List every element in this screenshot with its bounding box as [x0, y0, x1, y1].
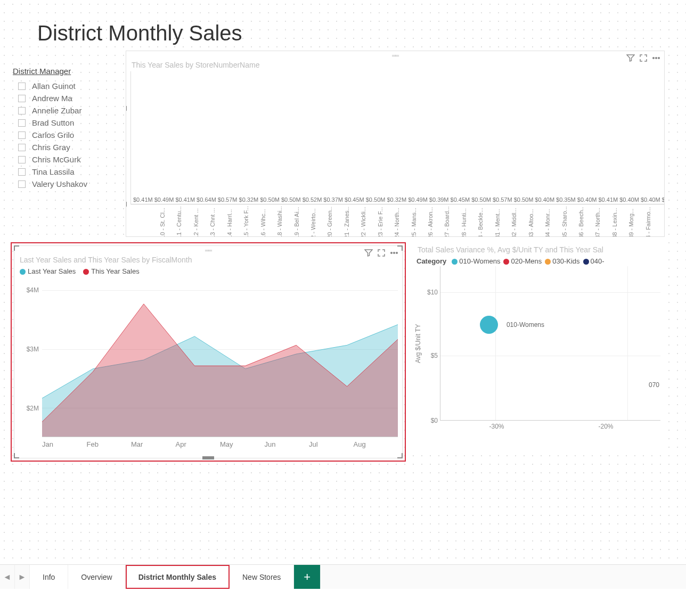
bar-column[interactable]: $0.64M: [197, 198, 216, 204]
slicer-item-label: Brad Sutton: [32, 118, 74, 127]
legend-item[interactable]: 020-Mens: [503, 257, 542, 265]
slicer-item[interactable]: Allan Guinot: [11, 80, 123, 92]
slicer-item-label: Chris McGurk: [32, 155, 81, 164]
slicer-item[interactable]: Annelie Zubar: [11, 104, 123, 117]
bar-x-category: 27 - Board...: [444, 207, 459, 237]
bar-data-label: $0.52M: [303, 196, 322, 203]
bar-data-label: $0.40M: [641, 196, 660, 203]
resize-handle-br[interactable]: [397, 453, 403, 458]
bar-x-category: 4 - Fairmo...: [645, 207, 660, 237]
filter-icon[interactable]: [364, 248, 373, 258]
bar-column[interactable]: $0.37M: [323, 198, 343, 204]
bar-x-category: 3 - Beckle...: [477, 207, 492, 237]
slicer-item[interactable]: Chris McGurk: [11, 153, 123, 166]
bar-x-category: 39 - Morg...: [628, 207, 643, 237]
bar-column[interactable]: $0.52M: [303, 198, 322, 204]
bar-column[interactable]: $0.49M: [154, 198, 174, 204]
line-x-tick: Jan: [42, 440, 87, 448]
bar-column[interactable]: $0.57M: [493, 198, 512, 204]
bar-column[interactable]: $0.39M: [429, 198, 449, 204]
resize-handle-bl[interactable]: [14, 453, 19, 458]
more-options-icon[interactable]: [389, 248, 399, 258]
line-x-tick: Mar: [131, 440, 176, 448]
bar-data-label: $0.45M: [345, 196, 364, 203]
more-options-icon[interactable]: [651, 53, 661, 63]
bar-column[interactable]: $0.50M: [471, 198, 491, 204]
drag-grip-icon[interactable]: ══: [205, 248, 211, 253]
checkbox-icon[interactable]: [18, 180, 26, 188]
checkbox-icon[interactable]: [18, 144, 26, 151]
page-tab[interactable]: District Monthly Sales: [126, 565, 230, 589]
bar-column[interactable]: $0.45M: [451, 198, 470, 204]
slicer-item[interactable]: Valery Ushakov: [11, 178, 123, 190]
slicer-item[interactable]: Tina Lassila: [11, 166, 123, 178]
bar-column[interactable]: $0.32M: [387, 198, 406, 204]
legend-item[interactable]: 040-: [583, 257, 605, 265]
tab-nav-prev[interactable]: ◄: [0, 565, 15, 589]
bar-data-label: $0.41M: [133, 196, 153, 203]
checkbox-icon[interactable]: [18, 83, 26, 90]
resize-handle-tl[interactable]: [14, 245, 19, 251]
legend-item[interactable]: 030-Kids: [545, 257, 579, 265]
filter-icon[interactable]: [626, 53, 635, 63]
bar-column[interactable]: $0.40M: [577, 198, 597, 204]
bar-column[interactable]: $0.50M: [260, 198, 280, 204]
page-tab[interactable]: Info: [30, 565, 68, 589]
bar-column[interactable]: $0.50M: [514, 198, 534, 204]
bar-column[interactable]: $0.41M: [175, 198, 195, 204]
bar-data-label: $0.57M: [218, 196, 238, 203]
slicer-item-label: Annelie Zubar: [32, 106, 81, 115]
bar-column[interactable]: $0.32M: [239, 198, 259, 204]
district-manager-slicer[interactable]: District Manager Allan GuinotAndrew MaAn…: [11, 67, 123, 237]
bar-column[interactable]: $0.50M: [281, 198, 301, 204]
line-x-tick: Apr: [176, 440, 220, 448]
report-canvas: District Monthly Sales District Manager …: [0, 0, 686, 564]
bar-column[interactable]: $0.41M: [598, 198, 618, 204]
bar-column[interactable]: $0.40M: [641, 198, 660, 204]
selected-visual-outline: ══ Last Year Sales and This Year Sales b…: [11, 242, 406, 462]
bar-data-label: $0.57M: [493, 196, 512, 203]
slicer-item[interactable]: Carlos Grilo: [11, 129, 123, 141]
bar-column[interactable]: $0.14M: [662, 198, 665, 204]
slicer-item[interactable]: Chris Gray: [11, 141, 123, 153]
bar-column[interactable]: $0.41M: [133, 198, 153, 204]
slicer-item[interactable]: Andrew Ma: [11, 92, 123, 104]
line-x-tick: Feb: [87, 440, 132, 448]
checkbox-icon[interactable]: [18, 168, 26, 176]
bubble-010-womens[interactable]: [480, 316, 498, 334]
bar-column[interactable]: $0.40M: [535, 198, 554, 204]
checkbox-icon[interactable]: [18, 132, 26, 139]
drag-grip-icon[interactable]: ══: [392, 53, 398, 59]
line-y-axis: $4M $3M $2M: [19, 277, 42, 437]
checkbox-icon[interactable]: [18, 95, 26, 102]
bar-column[interactable]: $0.50M: [366, 198, 386, 204]
bar-x-category: 33 - Altoo...: [528, 207, 543, 237]
page-tab[interactable]: Overview: [68, 565, 125, 589]
checkbox-icon[interactable]: [18, 107, 26, 114]
legend-item[interactable]: This Year Sales: [83, 267, 139, 275]
checkbox-icon[interactable]: [18, 119, 26, 127]
slicer-item-label: Carlos Grilo: [32, 130, 74, 139]
bar-column[interactable]: $0.40M: [619, 198, 639, 204]
bar-chart-visual[interactable]: ══ This Year Sales by StoreNumberName $0…: [126, 51, 665, 237]
bar-column[interactable]: $0.49M: [408, 198, 428, 204]
focus-mode-icon[interactable]: [377, 248, 386, 258]
focus-mode-icon[interactable]: [639, 53, 648, 63]
page-tab[interactable]: New Stores: [230, 565, 294, 589]
bar-x-category: 19 - Bel Ai...: [293, 207, 308, 237]
slicer-item[interactable]: Brad Sutton: [11, 117, 123, 129]
scatter-chart-visual[interactable]: Total Sales Variance %, Avg $/Unit TY an…: [412, 242, 665, 455]
resize-handle-bottom[interactable]: [202, 456, 214, 459]
bar-data-label: $0.35M: [556, 196, 576, 203]
legend-item[interactable]: 010-Womens: [452, 257, 500, 265]
checkbox-icon[interactable]: [18, 156, 26, 163]
add-page-button[interactable]: +: [294, 565, 321, 589]
bar-x-category: 15 - York F...: [243, 207, 258, 237]
bar-column[interactable]: $0.45M: [345, 198, 364, 204]
bar-data-label: $0.32M: [387, 196, 406, 203]
tab-nav-next[interactable]: ►: [15, 565, 30, 589]
line-chart-visual[interactable]: ══ Last Year Sales and This Year Sales b…: [14, 245, 403, 458]
legend-item[interactable]: Last Year Sales: [20, 267, 76, 275]
bar-column[interactable]: $0.57M: [218, 198, 238, 204]
bar-column[interactable]: $0.35M: [556, 198, 576, 204]
